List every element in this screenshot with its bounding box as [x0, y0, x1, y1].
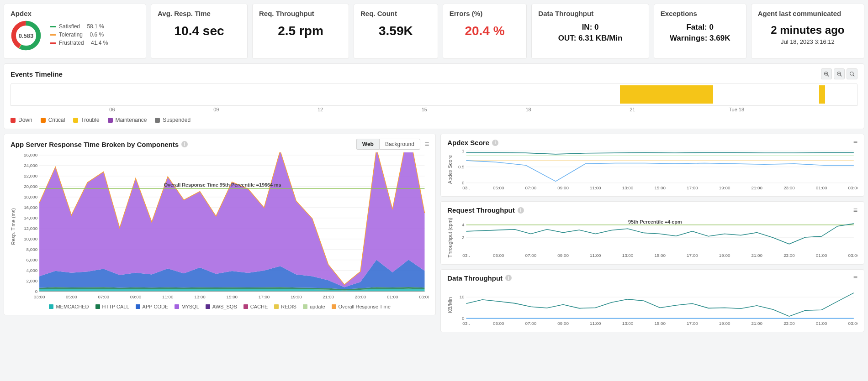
- svg-text:16,000: 16,000: [24, 205, 38, 210]
- svg-text:23:00: 23:00: [355, 294, 366, 299]
- exceptions-warn: Warnings: 3.69K: [661, 33, 740, 44]
- svg-text:19:00: 19:00: [719, 253, 730, 258]
- apdex-chart-svg: 00.5103..05:0007:0009:0011:0013:0015:001…: [453, 148, 857, 191]
- chart-menu-icon[interactable]: ≡: [853, 274, 857, 282]
- tab-web[interactable]: Web: [356, 139, 379, 150]
- svg-text:21:00: 21:00: [752, 321, 763, 326]
- svg-text:03..: 03..: [463, 321, 470, 326]
- req-count-value: 3.59K: [360, 24, 431, 38]
- svg-text:0: 0: [462, 180, 465, 185]
- svg-text:15:00: 15:00: [655, 321, 666, 326]
- svg-text:0.5: 0.5: [458, 164, 465, 169]
- data-tp-in: IN: 0: [538, 22, 642, 33]
- svg-line-12: [853, 75, 854, 76]
- exceptions-fatal: Fatal: 0: [661, 22, 740, 33]
- svg-text:19:00: 19:00: [719, 321, 730, 326]
- zoom-out-icon[interactable]: [834, 68, 845, 79]
- chart-menu-icon[interactable]: ≡: [853, 139, 857, 146]
- svg-text:17:00: 17:00: [687, 185, 698, 190]
- card-exceptions: Exceptions Fatal: 0 Warnings: 3.69K: [654, 4, 746, 59]
- tab-background[interactable]: Background: [379, 139, 420, 150]
- svg-text:07:00: 07:00: [98, 294, 109, 299]
- svg-text:4: 4: [462, 222, 465, 227]
- chart-menu-icon[interactable]: ≡: [425, 141, 429, 148]
- svg-text:17:00: 17:00: [259, 294, 270, 299]
- info-icon[interactable]: i: [518, 207, 524, 214]
- timeline-strip[interactable]: [11, 83, 857, 106]
- agent-timestamp: Jul 18, 2023 3:16:12: [758, 38, 857, 45]
- reqtp-chart-svg: 2495th Percentile =4 cpm03..05:0007:0009…: [453, 216, 857, 258]
- svg-text:0: 0: [462, 316, 465, 321]
- card-errors: Errors (%) 20.4 %: [443, 4, 527, 59]
- svg-text:11:00: 11:00: [162, 294, 174, 299]
- apdex-legend: Satisfied 58.1 % Tolerating 0.6 % Frustr…: [50, 23, 108, 48]
- svg-text:10,000: 10,000: [24, 236, 38, 241]
- chart-response-time: App Server Response Time Broken by Compo…: [4, 134, 436, 315]
- card-apdex-title: Apdex: [11, 10, 139, 17]
- chart-data-throughput: Data Throughput i ≡ KB/Min 01003..05:000…: [440, 269, 864, 332]
- svg-text:03:00: 03:00: [34, 294, 45, 299]
- chart-menu-icon[interactable]: ≡: [853, 207, 857, 214]
- svg-text:05:00: 05:00: [493, 185, 504, 190]
- svg-text:15:00: 15:00: [227, 294, 238, 299]
- events-title: Events Timeline: [11, 70, 63, 78]
- svg-text:21:00: 21:00: [752, 185, 763, 190]
- svg-text:21:00: 21:00: [752, 253, 763, 258]
- svg-text:18,000: 18,000: [24, 194, 38, 199]
- svg-text:01:00: 01:00: [816, 321, 827, 326]
- svg-text:07:00: 07:00: [525, 321, 537, 326]
- svg-text:23:00: 23:00: [783, 185, 795, 190]
- svg-point-11: [850, 72, 854, 76]
- card-avg-resp: Avg. Resp. Time 10.4 sec: [151, 4, 248, 59]
- resp-legend: MEMCACHEDHTTP CALLAPP CODEMYSQLAWS_SQSCA…: [11, 304, 429, 309]
- svg-text:19:00: 19:00: [291, 294, 302, 299]
- svg-text:8,000: 8,000: [26, 247, 38, 252]
- svg-text:19:00: 19:00: [719, 185, 730, 190]
- apdex-donut: 0.583: [11, 20, 42, 51]
- card-agent: Agent last communicated 2 minutes ago Ju…: [751, 4, 864, 59]
- info-icon[interactable]: i: [492, 140, 498, 146]
- zoom-reset-icon[interactable]: [847, 68, 857, 79]
- svg-text:1: 1: [462, 148, 464, 153]
- svg-text:23:00: 23:00: [783, 321, 795, 326]
- svg-text:09:00: 09:00: [558, 253, 569, 258]
- svg-text:01:00: 01:00: [387, 294, 398, 299]
- svg-text:13:00: 13:00: [622, 321, 634, 326]
- svg-text:2: 2: [462, 235, 464, 240]
- card-apdex: Apdex 0.583 Satisfied 58.1 % Tolerating …: [4, 4, 146, 59]
- svg-text:05:00: 05:00: [493, 253, 504, 258]
- info-icon[interactable]: i: [505, 275, 512, 281]
- svg-text:15:00: 15:00: [655, 185, 666, 190]
- resp-chart-svg: 02,0004,0006,0008,00010,00012,00014,0001…: [16, 152, 429, 300]
- svg-text:03:00: 03:00: [848, 253, 857, 258]
- info-icon[interactable]: i: [181, 141, 188, 147]
- datatp-chart-svg: 01003..05:0007:0009:0011:0013:0015:0017:…: [453, 284, 857, 326]
- svg-text:03..: 03..: [463, 253, 470, 258]
- card-req-count: Req. Count 3.59K: [354, 4, 438, 59]
- svg-line-5: [827, 75, 829, 76]
- svg-text:15:00: 15:00: [655, 253, 666, 258]
- timeline-ticks: 060912151821Tue 18: [11, 106, 857, 114]
- svg-text:22,000: 22,000: [24, 173, 38, 178]
- events-timeline-card: Events Timeline 060912151821Tue 18 DownC…: [4, 63, 864, 129]
- svg-text:03:00: 03:00: [419, 294, 429, 299]
- svg-text:07:00: 07:00: [525, 185, 537, 190]
- card-data-throughput: Data Throughput IN: 0 OUT: 6.31 KB/Min: [531, 4, 649, 59]
- svg-text:01:00: 01:00: [816, 185, 827, 190]
- resp-chart-title: App Server Response Time Broken by Compo…: [11, 141, 179, 148]
- svg-text:11:00: 11:00: [590, 321, 601, 326]
- svg-text:01:00: 01:00: [816, 253, 827, 258]
- svg-text:95th Percentile =4 cpm: 95th Percentile =4 cpm: [628, 219, 682, 224]
- svg-text:10: 10: [460, 294, 465, 299]
- errors-value: 20.4 %: [450, 24, 520, 38]
- data-tp-out: OUT: 6.31 KB/Min: [538, 33, 642, 44]
- chart-request-throughput: Request Throughput i ≡ Throughput (cpm) …: [440, 201, 864, 264]
- svg-text:03..: 03..: [463, 185, 470, 190]
- zoom-in-icon[interactable]: [821, 68, 832, 79]
- svg-text:09:00: 09:00: [130, 294, 142, 299]
- svg-text:2,000: 2,000: [26, 278, 38, 283]
- svg-text:0: 0: [35, 289, 38, 294]
- apdex-value: 0.583: [11, 20, 42, 51]
- svg-text:13:00: 13:00: [622, 253, 634, 258]
- svg-text:6,000: 6,000: [26, 257, 38, 262]
